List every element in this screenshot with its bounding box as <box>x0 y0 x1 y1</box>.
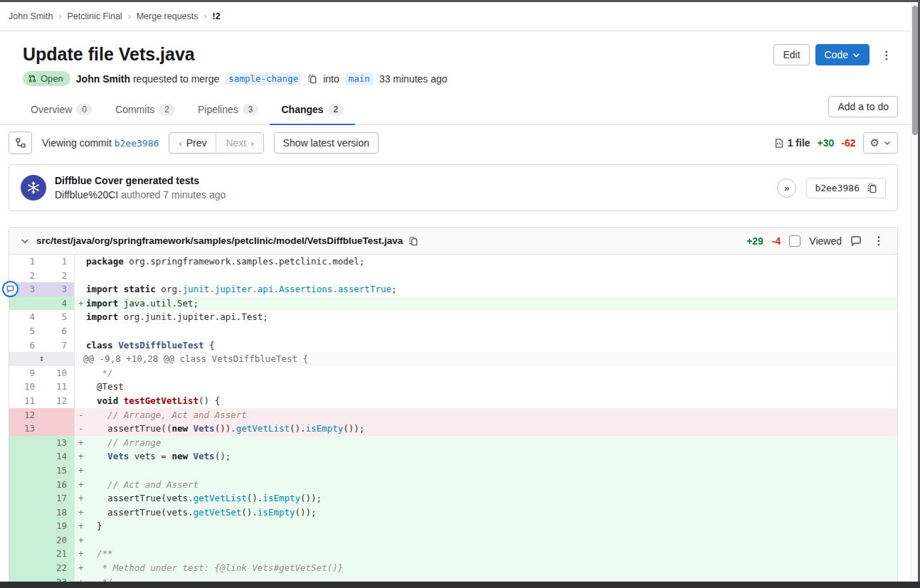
files-count-label: 1 file <box>788 137 810 149</box>
old-line-number[interactable] <box>9 449 42 464</box>
diff-line: 22+ * Method under test: {@link Vets#get… <box>9 561 897 575</box>
old-line-number[interactable] <box>9 547 42 561</box>
new-line-number[interactable]: 17 <box>42 491 75 506</box>
old-line-number[interactable]: 4 <box>9 310 42 324</box>
new-line-number[interactable]: 12 <box>42 394 75 408</box>
code-dropdown-button[interactable]: Code <box>815 44 869 65</box>
old-line-number[interactable] <box>9 519 42 533</box>
new-line-number[interactable]: 3 <box>42 282 75 296</box>
new-line-number[interactable]: 20 <box>42 533 75 547</box>
next-commit-button[interactable]: Next › <box>216 133 263 153</box>
breadcrumb-item-user[interactable]: John Smith <box>9 11 53 21</box>
new-line-number[interactable]: 7 <box>42 338 75 353</box>
copy-commit-sha-button[interactable] <box>867 183 877 193</box>
new-line-number[interactable]: 1 <box>42 255 75 269</box>
old-line-number[interactable]: 5 <box>9 324 42 338</box>
file-comment-button[interactable] <box>850 235 862 247</box>
target-branch-ref[interactable]: main <box>345 73 374 85</box>
commit-title[interactable]: Diffblue Cover generated tests <box>55 173 226 188</box>
old-line-number[interactable]: 6 <box>9 338 42 353</box>
file-path[interactable]: src/test/java/org/springframework/sample… <box>36 235 403 246</box>
page-scrollbar[interactable] <box>911 2 918 582</box>
line-change-marker: + <box>75 296 86 311</box>
show-latest-version-button[interactable]: Show latest version <box>274 132 379 154</box>
new-line-number[interactable]: 5 <box>42 310 75 324</box>
line-change-marker: + <box>75 547 86 561</box>
commit-author-avatar[interactable] <box>21 175 46 201</box>
new-line-number[interactable]: 21 <box>42 547 75 561</box>
new-line-number[interactable] <box>42 422 75 436</box>
old-line-number[interactable] <box>9 436 42 450</box>
line-change-marker <box>75 282 86 296</box>
copy-file-path-button[interactable] <box>408 236 418 246</box>
new-line-number[interactable]: 4 <box>42 296 75 311</box>
new-line-number[interactable]: 22 <box>42 561 75 575</box>
new-line-number[interactable]: 15 <box>42 464 75 478</box>
tab-changes[interactable]: Changes 2 <box>270 93 355 124</box>
old-line-number[interactable] <box>9 478 42 492</box>
expand-commit-details-button[interactable]: » <box>777 178 796 198</box>
tab-label: Pipelines <box>198 104 238 115</box>
old-line-number[interactable] <box>9 533 42 547</box>
new-line-number[interactable] <box>42 408 75 422</box>
prev-commit-button[interactable]: ‹ Prev <box>169 133 216 153</box>
file-icon <box>774 138 784 149</box>
new-line-number[interactable]: 14 <box>42 449 75 464</box>
old-line-number[interactable]: 10 <box>9 380 42 394</box>
line-code: - assertTrue((new Vets()).getVetList().i… <box>75 422 897 436</box>
scrollbar-thumb[interactable] <box>912 6 918 135</box>
old-line-number[interactable]: 1 <box>9 255 42 269</box>
file-tree-icon <box>15 137 26 149</box>
tab-commits[interactable]: Commits 2 <box>104 93 186 124</box>
total-additions: +30 <box>818 137 835 149</box>
commit-author-name[interactable]: Diffblue%20CI <box>55 189 118 201</box>
line-code <box>75 324 897 338</box>
tab-overview[interactable]: Overview 0 <box>19 93 104 124</box>
new-line-number[interactable]: 18 <box>42 506 75 520</box>
old-line-number[interactable]: 2 <box>9 269 42 283</box>
viewing-commit-sha-link[interactable]: b2ee3986 <box>115 138 159 149</box>
add-todo-button[interactable]: Add a to do <box>828 96 898 117</box>
line-change-marker <box>75 269 86 283</box>
source-branch-ref[interactable]: sample-change <box>225 73 302 85</box>
old-line-number[interactable] <box>9 561 42 575</box>
breadcrumb-separator-icon: › <box>128 11 131 21</box>
old-line-number[interactable]: 11 <box>9 394 42 408</box>
line-change-marker: + <box>75 464 86 478</box>
line-code: void testGetVetList() { <box>75 394 897 408</box>
old-line-number[interactable]: 12 <box>9 408 42 422</box>
more-actions-button[interactable]: ⋮ <box>875 43 898 66</box>
old-line-number[interactable] <box>9 296 42 311</box>
copy-branch-button[interactable] <box>307 74 317 84</box>
new-line-number[interactable]: 19 <box>42 519 75 533</box>
old-line-number[interactable] <box>9 506 42 520</box>
old-line-number[interactable]: 13 <box>9 422 42 436</box>
mr-author[interactable]: John Smith <box>76 73 130 85</box>
commit-sha-box: b2ee3986 <box>806 178 886 198</box>
viewed-checkbox[interactable] <box>789 235 800 247</box>
identicon-snowflake <box>26 180 41 196</box>
new-line-number[interactable]: 11 <box>42 380 75 394</box>
file-options-button[interactable]: ⋮ <box>870 232 887 250</box>
breadcrumb-item-merge-requests[interactable]: Merge requests <box>137 11 199 21</box>
diff-line: 17+ assertTrue(vets.getVetList().isEmpty… <box>9 491 897 506</box>
new-line-number[interactable]: 13 <box>42 436 75 450</box>
collapse-file-button[interactable] <box>16 232 33 250</box>
line-change-marker: - <box>75 422 86 436</box>
new-line-number[interactable]: 2 <box>42 269 75 283</box>
old-line-number[interactable]: 9 <box>9 366 42 380</box>
file-tree-toggle-button[interactable] <box>9 132 32 154</box>
old-line-number[interactable] <box>9 491 42 506</box>
new-line-number[interactable]: 10 <box>42 366 75 380</box>
page-title: Update file Vets.java <box>23 43 195 65</box>
diff-hunk-row: ↕@@ -9,8 +10,28 @@ class VetsDiffblueTes… <box>9 352 897 366</box>
diff-settings-button[interactable]: ⚙ <box>863 132 898 154</box>
old-line-number[interactable] <box>9 464 42 478</box>
breadcrumb-item-project[interactable]: Petclinic Final <box>68 11 122 21</box>
new-line-number[interactable]: 16 <box>42 478 75 492</box>
expand-lines-button[interactable]: ↕ <box>9 352 75 366</box>
tab-label: Commits <box>115 104 154 115</box>
tab-pipelines[interactable]: Pipelines 3 <box>186 93 270 124</box>
edit-button[interactable]: Edit <box>773 44 809 65</box>
new-line-number[interactable]: 6 <box>42 324 75 338</box>
